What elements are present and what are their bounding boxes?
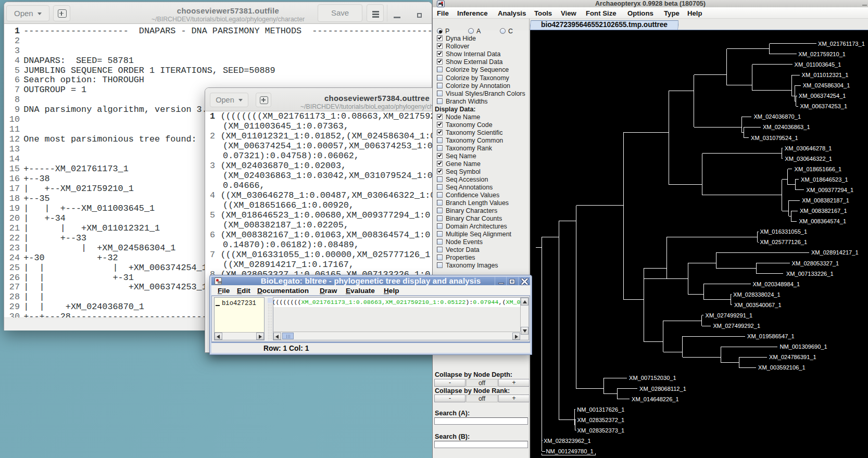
svg-text:XM_009377294_1: XM_009377294_1 (807, 187, 854, 193)
svg-text:XM_030646278_1: XM_030646278_1 (785, 145, 832, 151)
svg-text:XM_006374254_1: XM_006374254_1 (799, 93, 846, 99)
svg-text:XM_007133226_1: XM_007133226_1 (786, 271, 834, 277)
svg-text:XM_024036870_1: XM_024036870_1 (753, 113, 801, 120)
svg-text:XM_030646322_1: XM_030646322_1 (785, 156, 832, 162)
svg-text:XM_018646523_1: XM_018646523_1 (801, 176, 848, 183)
svg-text:XM_006374253_1: XM_006374253_1 (800, 103, 848, 109)
svg-text:XM_011003645_1: XM_011003645_1 (795, 61, 841, 68)
svg-text:XM_016331055_1: XM_016331055_1 (760, 228, 808, 235)
svg-text:XM_011012321_1: XM_011012321_1 (802, 72, 849, 78)
svg-text:XM_028053327_1: XM_028053327_1 (792, 260, 839, 266)
svg-text:XM_028914217_1: XM_028914217_1 (811, 249, 859, 256)
svg-text:XM_021759210_1: XM_021759210_1 (798, 51, 846, 57)
svg-text:XM_031079524_1: XM_031079524_1 (751, 135, 798, 141)
svg-text:XM_003592106_1: XM_003592106_1 (758, 364, 806, 371)
svg-text:XM_028338024_1: XM_028338024_1 (733, 291, 781, 298)
svg-text:XM_003540067_1: XM_003540067_1 (734, 302, 782, 308)
svg-text:XM_024036863_1: XM_024036863_1 (763, 124, 810, 130)
svg-text:XM_027499291_1: XM_027499291_1 (706, 312, 753, 319)
svg-text:XM_028323962_1: XM_028323962_1 (544, 438, 591, 444)
svg-text:XM_008364574_1: XM_008364574_1 (799, 218, 846, 224)
svg-text:XM_018651666_1: XM_018651666_1 (795, 166, 842, 172)
svg-text:XM_028352373_1: XM_028352373_1 (577, 427, 625, 434)
svg-text:XM_028352372_1: XM_028352372_1 (577, 417, 625, 423)
svg-text:NM_001309690_1: NM_001309690_1 (780, 344, 827, 350)
svg-text:XM_024786391_1: XM_024786391_1 (769, 354, 816, 360)
svg-text:XM_019586547_1: XM_019586547_1 (747, 333, 795, 339)
svg-text:XM_007152030_1: XM_007152030_1 (629, 375, 676, 381)
svg-text:XM_008382167_1: XM_008382167_1 (800, 208, 847, 214)
svg-text:XM_020348984_1: XM_020348984_1 (753, 281, 800, 287)
svg-text:XM_008382187_1: XM_008382187_1 (802, 197, 849, 203)
svg-text:XM_025777126_1: XM_025777126_1 (760, 239, 808, 245)
svg-text:XM_024586304_1: XM_024586304_1 (803, 82, 850, 88)
svg-text:NM_001317626_1: NM_001317626_1 (577, 406, 624, 413)
svg-text:XM_014648226_1: XM_014648226_1 (632, 396, 679, 402)
svg-text:NM_001249780_1: NM_001249780_1 (546, 448, 594, 454)
svg-text:XM_027499292_1: XM_027499292_1 (713, 323, 760, 329)
svg-text:XM_021761173_1: XM_021761173_1 (818, 41, 865, 47)
svg-text:XM_028068112_1: XM_028068112_1 (639, 386, 686, 392)
